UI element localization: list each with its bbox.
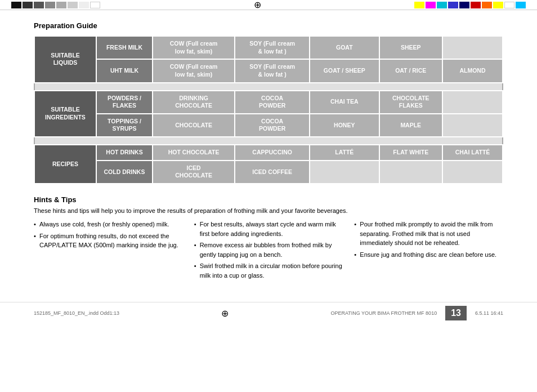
cell-honey: HONEY — [310, 114, 379, 137]
swatch-nearwhite — [79, 2, 89, 8]
bottom-left-text: 152185_MF_8010_EN_.indd Odd1:13 — [34, 310, 119, 316]
hints-columns: Always use cold, fresh (or freshly opene… — [34, 220, 503, 282]
hints-col-1: Always use cold, fresh (or freshly opene… — [34, 220, 183, 252]
sub-fresh-milk: FRESH MILK — [96, 36, 153, 59]
cell-drinking-choc: DRINKINGCHOCOLATE — [153, 91, 235, 114]
swatch-blue — [448, 2, 458, 8]
swatch-yellow — [414, 2, 424, 8]
cell-flat-white: FLAT WHITE — [379, 145, 442, 161]
page-content: Preparation Guide SUITABLELIQUIDS FRESH … — [0, 10, 537, 293]
crosshair-top: ⊕ — [254, 0, 261, 10]
sub-toppings-syrups: TOPPINGS /SYRUPS — [96, 114, 153, 137]
swatch-yellow2 — [493, 2, 503, 8]
section-title: Preparation Guide — [34, 21, 503, 30]
section-suitable-ingredients: SUITABLEINGREDIENTS — [34, 91, 96, 137]
cell-cow-uht: COW (Full creamlow fat, skim) — [153, 59, 235, 82]
hint-item: Swirl frothed milk in a circular motion … — [194, 261, 343, 280]
hint-item: For optimum frothing results, do not exc… — [34, 231, 183, 250]
hints-col-3: Pour frothed milk promptly to avoid the … — [354, 220, 503, 261]
cell-almond: ALMOND — [442, 59, 503, 82]
cell-empty6 — [442, 161, 503, 184]
file-info: 152185_MF_8010_EN_.indd Odd1:13 — [34, 310, 119, 316]
bottom-bar: 152185_MF_8010_EN_.indd Odd1:13 ⊕ OPERAT… — [0, 302, 537, 324]
cell-empty2 — [442, 91, 503, 114]
cell-maple: MAPLE — [379, 114, 442, 137]
color-swatches-right — [414, 2, 526, 8]
cell-hot-chocolate: HOT CHOCOLATE — [153, 145, 235, 161]
cell-soy-uht: SOY (Full cream& low fat ) — [235, 59, 310, 82]
date-text: 6.5.11 16:41 — [475, 310, 503, 316]
swatch-darkblue — [459, 2, 469, 8]
section-recipes: RECIPES — [34, 145, 96, 184]
hint-item: Always use cold, fresh (or freshly opene… — [34, 220, 183, 229]
swatch-darkgray — [23, 2, 33, 8]
swatch-orange — [482, 2, 492, 8]
separator-cell2 — [34, 137, 503, 145]
cell-empty3 — [442, 114, 503, 137]
cell-goat: GOAT — [310, 36, 379, 59]
hints-section: Hints & Tips These hints and tips will h… — [34, 195, 503, 282]
hint-item: Ensure jug and frothing disc are clean b… — [354, 250, 503, 260]
swatch-gray3 — [56, 2, 66, 8]
hint-item: For best results, always start cycle and… — [194, 220, 343, 238]
swatch-lightblue — [516, 2, 526, 8]
operating-text: OPERATING YOUR BIMA FROTHER MF 8010 — [330, 310, 437, 316]
cell-cocoa-powder1: COCOAPOWDER — [235, 91, 310, 114]
hint-item: Remove excess air bubbles from frothed m… — [194, 240, 343, 259]
swatch-red — [471, 2, 481, 8]
cell-chai-tea: CHAI TEA — [310, 91, 379, 114]
hints-list-1: Always use cold, fresh (or freshly opene… — [34, 220, 183, 250]
cell-soy-full: SOY (Full cream& low fat ) — [235, 36, 310, 59]
sub-uht-milk: UHT MILK — [96, 59, 153, 82]
separator-row2 — [34, 137, 503, 145]
page-number: 13 — [445, 306, 467, 320]
hints-list-3: Pour frothed milk promptly to avoid the … — [354, 220, 503, 259]
bottom-right: OPERATING YOUR BIMA FROTHER MF 8010 13 6… — [330, 306, 503, 320]
hints-list-2: For best results, always start cycle and… — [194, 220, 343, 280]
cell-oat-rice: OAT / RICE — [379, 59, 442, 82]
cell-iced-coffee: ICED COFFEE — [235, 161, 310, 184]
table-row: TOPPINGS /SYRUPS CHOCOLATE COCOAPOWDER H… — [34, 114, 503, 137]
swatch-lightgray — [68, 2, 78, 8]
cell-empty1 — [442, 36, 503, 59]
swatch-gray2 — [45, 2, 55, 8]
sub-hot-drinks: HOT DRINKS — [96, 145, 153, 161]
hints-title: Hints & Tips — [34, 195, 503, 204]
hint-item: Pour frothed milk promptly to avoid the … — [354, 220, 503, 248]
swatch-gray1 — [34, 2, 44, 8]
hints-intro: These hints and tips will help you to im… — [34, 207, 503, 214]
table-row: RECIPES HOT DRINKS HOT CHOCOLATE CAPPUCC… — [34, 145, 503, 161]
bottom-crosshair: ⊕ — [221, 308, 229, 319]
cell-cow-full: COW (Full creamlow fat, skim) — [153, 36, 235, 59]
cell-chai-latte: CHAI LATTÉ — [442, 145, 503, 161]
cell-chocolate: CHOCOLATE — [153, 114, 235, 137]
swatch-white2 — [504, 2, 514, 8]
cell-cocoa-powder2: COCOAPOWDER — [235, 114, 310, 137]
color-swatches-left — [11, 2, 100, 8]
sub-cold-drinks: COLD DRINKS — [96, 161, 153, 184]
table-row: SUITABLEINGREDIENTS POWDERS /FLAKES DRIN… — [34, 91, 503, 114]
cell-iced-choc: ICEDCHOCOLATE — [153, 161, 235, 184]
prep-table: SUITABLELIQUIDS FRESH MILK COW (Full cre… — [34, 35, 503, 184]
cell-empty5 — [379, 161, 442, 184]
separator-cell — [34, 83, 503, 91]
cell-goat-sheep: GOAT / SHEEP — [310, 59, 379, 82]
cell-sheep: SHEEP — [379, 36, 442, 59]
table-row: UHT MILK COW (Full creamlow fat, skim) S… — [34, 59, 503, 82]
section-suitable-liquids: SUITABLELIQUIDS — [34, 36, 96, 83]
swatch-cyan — [437, 2, 447, 8]
table-row: SUITABLELIQUIDS FRESH MILK COW (Full cre… — [34, 36, 503, 59]
table-row: COLD DRINKS ICEDCHOCOLATE ICED COFFEE — [34, 161, 503, 184]
swatch-magenta — [426, 2, 436, 8]
cell-cappuccino: CAPPUCCINO — [235, 145, 310, 161]
sub-powders-flakes: POWDERS /FLAKES — [96, 91, 153, 114]
swatch-white — [90, 2, 100, 8]
separator-row — [34, 83, 503, 91]
hints-col-2: For best results, always start cycle and… — [194, 220, 343, 282]
cell-empty4 — [310, 161, 379, 184]
cell-choc-flakes: CHOCOLATEFLAKES — [379, 91, 442, 114]
cell-latte: LATTÉ — [310, 145, 379, 161]
swatch-black — [11, 2, 21, 8]
top-bar: ⊕ — [0, 0, 537, 10]
